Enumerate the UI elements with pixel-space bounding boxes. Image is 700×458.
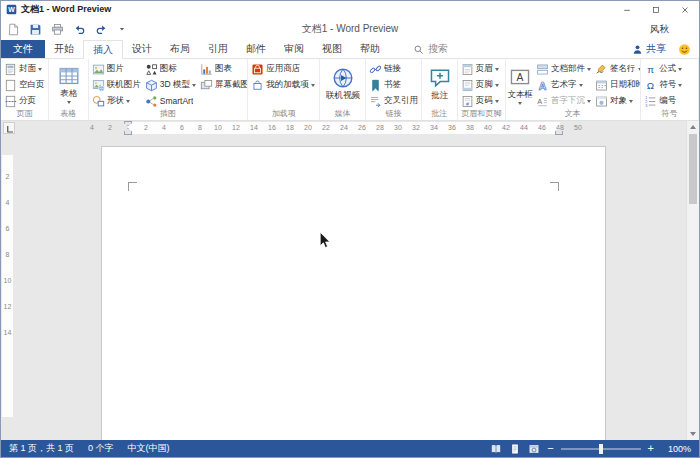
quick-access-toolbar: 文档1 - Word Preview 风秋	[1, 18, 699, 40]
icons-button[interactable]: 图标	[144, 61, 197, 77]
drop-cap-button[interactable]: A首字下沉	[535, 93, 592, 109]
number-button[interactable]: 123编号	[643, 93, 683, 109]
tab-layout[interactable]: 布局	[161, 40, 199, 58]
page-indicator[interactable]: 第 1 页，共 1 页	[9, 442, 74, 455]
tab-help[interactable]: 帮助	[351, 40, 389, 58]
tab-insert[interactable]: 插入	[83, 40, 123, 59]
save-button[interactable]	[29, 23, 42, 36]
horizontal-ruler[interactable]: 4 2 246810121416182022242628303234363840…	[1, 121, 699, 135]
zoom-slider[interactable]	[561, 448, 641, 450]
ruler-text-area[interactable]: 2468101214161820222426283032343638404244…	[128, 122, 560, 134]
dropdown-arrow-icon	[495, 68, 499, 71]
undo-button[interactable]	[73, 23, 86, 36]
zoom-percentage[interactable]: 100%	[661, 444, 691, 454]
online-video-icon	[332, 67, 354, 89]
group-label-header-footer: 页眉和页脚	[458, 108, 505, 119]
blank-page-icon	[4, 79, 17, 92]
cross-reference-button[interactable]: 交叉引用	[368, 93, 419, 109]
read-mode-button[interactable]	[490, 443, 502, 455]
dropdown-arrow-icon	[311, 84, 315, 87]
feedback-smiley-icon[interactable]	[678, 43, 691, 56]
online-pictures-button[interactable]: 联机图片	[91, 77, 142, 93]
cover-page-button[interactable]: 封面	[3, 61, 46, 77]
document-page[interactable]	[101, 146, 606, 440]
pictures-button[interactable]: 图片	[91, 61, 142, 77]
customize-qat-button[interactable]	[117, 24, 127, 34]
tab-file[interactable]: 文件	[1, 40, 45, 58]
3d-models-button[interactable]: 3D 模型	[144, 77, 197, 93]
ruler-number: 2	[101, 122, 119, 134]
table-icon	[58, 65, 80, 87]
tab-view[interactable]: 视图	[313, 40, 351, 58]
quick-parts-button[interactable]: 文档部件	[535, 61, 592, 77]
wordart-icon: A	[536, 79, 549, 92]
tab-mailings[interactable]: 邮件	[237, 40, 275, 58]
tab-review[interactable]: 审阅	[275, 40, 313, 58]
header-icon	[461, 63, 474, 76]
wordart-button[interactable]: A艺术字	[535, 77, 592, 93]
minimize-button[interactable]	[612, 1, 641, 18]
ruler-number: 22	[317, 122, 335, 134]
vertical-scrollbar[interactable]	[686, 121, 699, 440]
comment-button[interactable]: 批注	[429, 67, 451, 102]
scroll-down-button[interactable]	[687, 428, 699, 440]
tab-home[interactable]: 开始	[45, 40, 83, 58]
footer-button[interactable]: 页脚	[460, 77, 500, 93]
close-button[interactable]	[670, 1, 699, 18]
group-label-text: 文本	[506, 108, 641, 119]
zoom-slider-thumb[interactable]	[599, 444, 603, 454]
redo-button[interactable]	[95, 23, 108, 36]
smartart-button[interactable]: SmartArt	[144, 93, 197, 109]
ribbon-group-header-footer: 页眉 页脚 #页码 页眉和页脚	[458, 59, 506, 120]
tab-selector[interactable]	[3, 122, 15, 134]
print-layout-button[interactable]	[509, 443, 521, 455]
shapes-button[interactable]: 形状	[91, 93, 142, 109]
text-boundary-mark-top-left	[128, 182, 137, 191]
print-button[interactable]	[51, 23, 64, 36]
text-box-button[interactable]: A文本框	[508, 66, 534, 105]
new-document-button[interactable]	[7, 23, 20, 36]
group-label-media: 媒体	[320, 108, 365, 119]
user-name[interactable]: 风秋	[650, 23, 669, 36]
tab-selector-icon	[4, 123, 16, 135]
date-time-button[interactable]: 日期和时间	[594, 77, 641, 93]
dropdown-arrow-icon	[678, 68, 682, 71]
signature-line-button[interactable]: 签名行	[594, 61, 641, 77]
zoom-out-button[interactable]: −	[547, 443, 553, 454]
table-button[interactable]: 表格	[58, 65, 80, 104]
word-count[interactable]: 0 个字	[88, 442, 114, 455]
screenshot-button[interactable]: 屏幕截图	[199, 77, 248, 93]
bookmark-button[interactable]: 书签	[368, 77, 419, 93]
ruler-number: 4	[83, 122, 101, 134]
zoom-in-button[interactable]: +	[648, 443, 654, 454]
header-button[interactable]: 页眉	[460, 61, 500, 77]
bookmark-icon	[369, 79, 382, 92]
blank-page-button[interactable]: 空白页	[3, 77, 46, 93]
word-logo-icon: W	[6, 4, 17, 15]
scrollbar-thumb[interactable]	[689, 134, 697, 204]
page-break-icon	[4, 95, 17, 108]
maximize-button[interactable]	[641, 1, 670, 18]
symbol-button[interactable]: Ω符号	[643, 77, 683, 93]
cursor-arrow-icon	[319, 231, 331, 250]
language-indicator[interactable]: 中文(中国)	[128, 442, 170, 455]
ruler-number: 16	[263, 122, 281, 134]
cover-page-icon	[4, 63, 17, 76]
online-video-button[interactable]: 联机视频	[326, 67, 360, 102]
link-button[interactable]: 链接	[368, 61, 419, 77]
my-addins-button[interactable]: 我的加载项	[250, 77, 316, 93]
search-box[interactable]: 搜索	[413, 40, 448, 58]
store-button[interactable]: 应用商店	[250, 61, 316, 77]
equation-button[interactable]: π公式	[643, 61, 683, 77]
share-button[interactable]: 共享	[632, 42, 666, 56]
page-break-button[interactable]: 分页	[3, 93, 46, 109]
chart-button[interactable]: 图表	[199, 61, 248, 77]
web-layout-button[interactable]	[528, 443, 540, 455]
tab-references[interactable]: 引用	[199, 40, 237, 58]
page-number-button[interactable]: #页码	[460, 93, 500, 109]
vertical-ruler[interactable]: 2468101214	[1, 135, 14, 440]
dropdown-arrow-icon	[38, 68, 42, 71]
scroll-up-button[interactable]	[687, 121, 699, 133]
tab-design[interactable]: 设计	[123, 40, 161, 58]
object-button[interactable]: 对象	[594, 93, 641, 109]
